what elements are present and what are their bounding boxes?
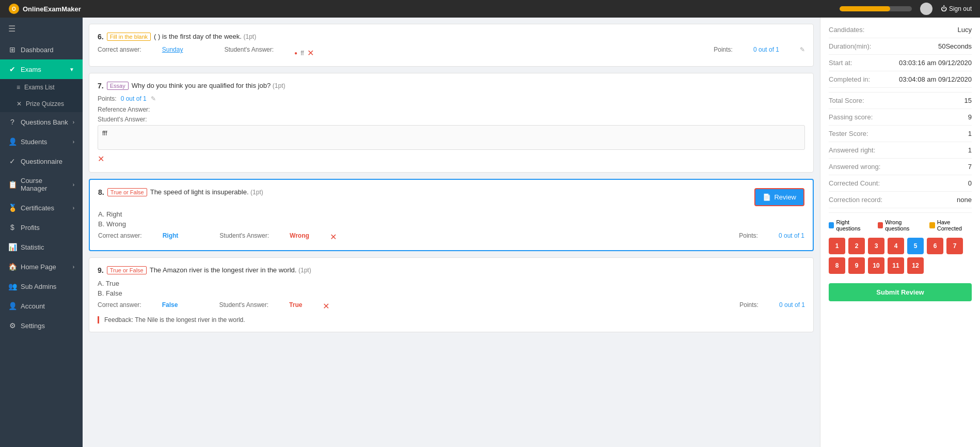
students-arrow-icon: › (73, 139, 74, 145)
question-9-student-value: True (289, 301, 302, 309)
sidebar-item-sub-admins[interactable]: 👥 Sub Admins (0, 276, 83, 296)
number-button-12[interactable]: 12 (907, 257, 924, 274)
question-7-student-textarea: fff (98, 125, 805, 150)
question-6-edit-icon[interactable]: ✎ (800, 46, 805, 53)
number-button-6[interactable]: 6 (927, 238, 943, 254)
submit-review-button[interactable]: Submit Review (829, 283, 972, 301)
number-button-8[interactable]: 8 (829, 257, 845, 274)
statistic-icon: 📊 (8, 243, 17, 251)
duration-row: Duration(min): 50Seconds (829, 42, 972, 55)
sidebar-item-statistic[interactable]: 📊 Statistic (0, 237, 83, 257)
number-button-9[interactable]: 9 (848, 257, 865, 274)
number-button-7[interactable]: 7 (946, 238, 963, 254)
progress-bar-fill (840, 6, 890, 11)
number-grid: 123456789101112 (829, 238, 972, 274)
number-button-1[interactable]: 1 (829, 238, 845, 254)
settings-icon: ⚙ (8, 321, 17, 330)
legend-wrong: Wrong questions (878, 219, 922, 232)
question-9-option-a: A. True (98, 280, 805, 287)
question-9-type-badge: True or False (107, 266, 147, 274)
question-6-correct-label: Correct answer: (98, 46, 141, 53)
sub-admins-icon: 👥 (8, 282, 17, 290)
sidebar-item-questionnaire[interactable]: ✓ Questionnaire (0, 151, 83, 171)
start-at-label: Start at: (829, 59, 852, 67)
start-at-value: 03:03:16 am 09/12/2020 (899, 59, 972, 67)
hamburger-button[interactable]: ☰ (0, 18, 83, 40)
sign-out-button[interactable]: ⏻ Sign out (941, 5, 972, 12)
total-score-row: Total Score: 15 (829, 97, 972, 109)
question-6-correct-value: Sunday (162, 46, 183, 53)
content-area: 6. Fill in the blank ( ) is the first da… (83, 18, 980, 447)
sidebar-label-statistic: Statistic (21, 243, 44, 251)
question-8-options: A. Right B. Wrong (98, 210, 804, 228)
topbar: O OnlineExamMaker ⏻ Sign out (0, 0, 980, 18)
question-8-correct-value: Right (163, 232, 179, 239)
main-layout: ☰ ⊞ Dashboard ✔ Exams ▼ ≡ Exams List ✕ P… (0, 18, 980, 447)
question-7-text: Why do you think you are qualified for t… (132, 82, 805, 89)
answered-right-label: Answered right: (829, 146, 875, 154)
sidebar-item-home-page[interactable]: 🏠 Home Page › (0, 257, 83, 276)
course-manager-arrow-icon: › (73, 182, 74, 188)
sidebar-label-exams-list: Exams List (24, 84, 55, 91)
bullet-icon: ● (294, 50, 297, 56)
completed-in-label: Completed in: (829, 75, 870, 83)
number-button-3[interactable]: 3 (868, 238, 884, 254)
corrected-count-value: 0 (968, 179, 972, 187)
number-button-2[interactable]: 2 (848, 238, 865, 254)
sidebar-item-exams-list[interactable]: ≡ Exams List (0, 79, 83, 96)
questionnaire-icon: ✓ (8, 157, 17, 165)
candidates-row: Candidates: Lucy (829, 26, 972, 38)
number-button-10[interactable]: 10 (868, 257, 884, 274)
questions-bank-icon: ? (8, 118, 17, 126)
certificates-arrow-icon: › (73, 205, 74, 211)
sidebar-item-prize-quizzes[interactable]: ✕ Prize Quizzes (0, 96, 83, 112)
total-score-value: 15 (965, 97, 972, 104)
sidebar-label-sub-admins: Sub Admins (21, 283, 56, 290)
question-8-option-b: B. Wrong (98, 220, 804, 228)
duration-label: Duration(min): (829, 42, 871, 50)
question-8-option-a: A. Right (98, 210, 804, 218)
question-6-number: 6. (98, 33, 104, 41)
completed-in-row: Completed in: 03:04:08 am 09/12/2020 (829, 75, 972, 88)
sidebar-item-exams[interactable]: ✔ Exams ▼ (0, 59, 83, 79)
account-icon: 👤 (8, 302, 17, 310)
question-8-header: 8. True or False The speed of light is i… (98, 188, 754, 196)
question-9-correct-label: Correct answer: (98, 301, 141, 309)
question-6-pts: (1pt) (243, 33, 256, 40)
question-9-text: The Amazon river is the longest river in… (150, 266, 805, 274)
question-9-option-b: B. False (98, 289, 805, 297)
certificates-icon: 🏅 (8, 204, 17, 212)
sidebar-item-questions-bank[interactable]: ? Questions Bank › (0, 112, 83, 132)
review-label: Review (774, 193, 796, 201)
question-8-type-badge: True or False (107, 188, 147, 196)
sidebar-item-course-manager[interactable]: 📋 Course Manager › (0, 171, 83, 198)
legend-right: Right questions (829, 219, 871, 232)
review-button[interactable]: 📄 Review (754, 188, 804, 206)
sidebar-item-profits[interactable]: $ Profits (0, 218, 83, 237)
questions-bank-arrow-icon: › (73, 119, 74, 125)
question-9-card: 9. True or False The Amazon river is the… (89, 257, 814, 332)
wrong-icon-8: ✕ (330, 232, 337, 242)
candidates-value: Lucy (958, 26, 972, 34)
question-7-points-row: Points: 0 out of 1 ✎ (98, 95, 805, 102)
sidebar-item-certificates[interactable]: 🏅 Certificates › (0, 198, 83, 218)
sidebar-item-settings[interactable]: ⚙ Settings (0, 316, 83, 335)
sidebar-label-home-page: Home Page (21, 263, 56, 271)
sidebar-item-account[interactable]: 👤 Account (0, 296, 83, 316)
question-7-number: 7. (98, 82, 104, 90)
sidebar-label-settings: Settings (21, 322, 45, 330)
question-7-edit-icon[interactable]: ✎ (151, 95, 156, 102)
home-page-icon: 🏠 (8, 263, 17, 271)
tester-score-row: Tester Score: 1 (829, 130, 972, 142)
number-button-5[interactable]: 5 (907, 238, 924, 254)
number-button-11[interactable]: 11 (888, 257, 904, 274)
passing-score-label: Passing score: (829, 113, 873, 121)
corrected-count-label: Corrected Count: (829, 179, 880, 187)
sidebar-item-students[interactable]: 👤 Students › (0, 132, 83, 151)
legend-wrong-label: Wrong questions (885, 219, 922, 232)
number-button-4[interactable]: 4 (888, 238, 904, 254)
legend-row: Right questions Wrong questions Have Cor… (829, 219, 972, 232)
sidebar-item-dashboard[interactable]: ⊞ Dashboard (0, 40, 83, 59)
question-9-correct-value: False (162, 301, 178, 309)
course-manager-icon: 📋 (8, 180, 17, 189)
